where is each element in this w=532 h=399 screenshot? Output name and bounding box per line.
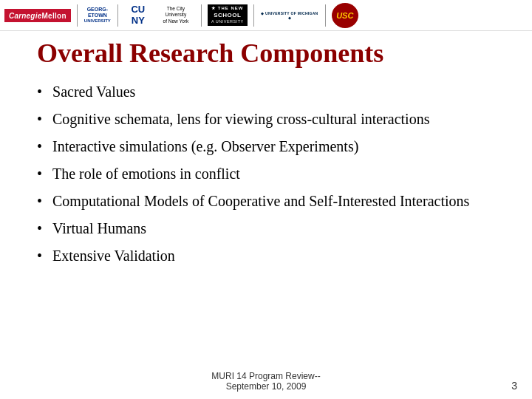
logo-divider-2 <box>117 4 118 27</box>
bullet-text: Sacred Values <box>52 82 495 102</box>
bullet-symbol: • <box>37 164 42 184</box>
logo-thecity: The CityUniversityof New York <box>157 6 195 24</box>
bullet-item-1: •Cognitive schemata, lens for viewing cr… <box>37 109 495 129</box>
logo-divider-1 <box>77 4 78 27</box>
footer-line2: September 10, 2009 <box>226 381 307 392</box>
header-bar: CarnegieMellon GEORG-ETOWNUNIVERSITY CUN… <box>0 0 532 31</box>
bullet-item-5: •Virtual Humans <box>37 219 495 239</box>
logo-umich: ◆ UNIVERSITY OF MICHIGAN ◆ <box>260 11 319 20</box>
logo-divider-4 <box>253 4 254 27</box>
bullet-symbol: • <box>37 246 42 266</box>
bullet-item-3: •The role of emotions in conflict <box>37 164 495 184</box>
usc-text: USC <box>336 11 353 20</box>
bullet-list: •Sacred Values•Cognitive schemata, lens … <box>37 82 495 266</box>
bullet-item-0: •Sacred Values <box>37 82 495 102</box>
logo-georgetown: GEORG-ETOWNUNIVERSITY <box>83 7 112 24</box>
cuny-text: CUNY <box>131 4 145 26</box>
page-number: 3 <box>511 380 517 392</box>
bullet-symbol: • <box>37 219 42 239</box>
logo-newschool: ★ THE NEW SCHOOL A UNIVERSITY <box>208 4 248 26</box>
bullet-text: Computational Models of Cooperative and … <box>52 191 495 211</box>
bullet-item-4: •Computational Models of Cooperative and… <box>37 191 495 211</box>
slide-title: Overall Research Components <box>37 38 495 69</box>
slide-content: Overall Research Components •Sacred Valu… <box>0 31 532 281</box>
bullet-symbol: • <box>37 82 42 102</box>
logo-usc: USC <box>332 3 358 28</box>
bullet-text: Extensive Validation <box>52 246 495 266</box>
logo-carnegie-mellon: CarnegieMellon <box>4 9 71 22</box>
logo-divider-5 <box>325 4 326 27</box>
footer: MURI 14 Program Review-- September 10, 2… <box>0 371 532 392</box>
bullet-item-6: •Extensive Validation <box>37 246 495 266</box>
bullet-item-2: •Interactive simulations (e.g. Observer … <box>37 137 495 157</box>
bullet-symbol: • <box>37 137 42 157</box>
bullet-symbol: • <box>37 191 42 211</box>
logo-cuny: CUNY <box>124 4 152 26</box>
bullet-text: Virtual Humans <box>52 219 495 239</box>
bullet-text: Cognitive schemata, lens for viewing cro… <box>52 109 495 129</box>
bullet-symbol: • <box>37 109 42 129</box>
logo-divider-3 <box>201 4 202 27</box>
bullet-text: Interactive simulations (e.g. Observer E… <box>52 137 495 157</box>
bullet-text: The role of emotions in conflict <box>52 164 495 184</box>
footer-line1: MURI 14 Program Review-- <box>211 371 320 381</box>
